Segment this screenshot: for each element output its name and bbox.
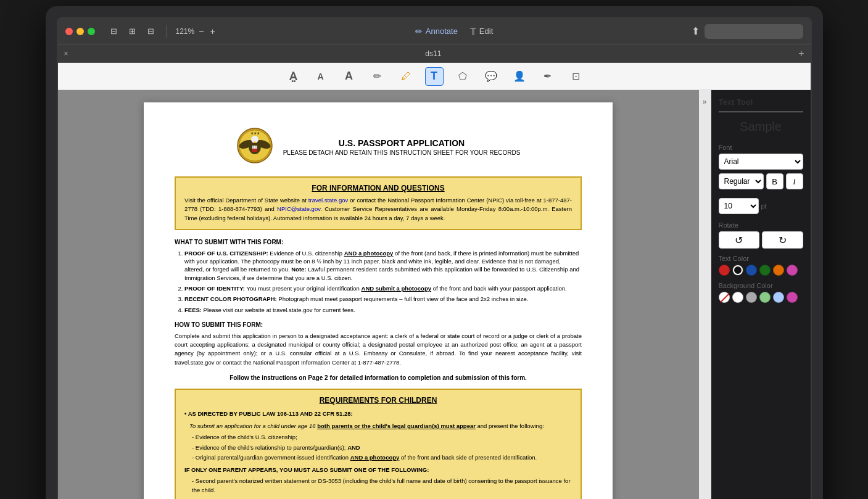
npic-email-link[interactable]: NPIC@state.gov [277,205,320,212]
rotate-cw-button[interactable]: ↻ [762,231,803,249]
pencil-tool[interactable]: ✏ [368,67,387,86]
stamp-tool[interactable]: 👤 [510,67,529,86]
req-box: REQUIREMENTS FOR CHILDREN AS DIRECTED BY… [175,389,582,499]
shape-tool[interactable]: ⬠ [453,67,472,86]
follow-text: Follow the instructions on Page 2 for de… [175,374,582,381]
svg-line-12 [721,294,729,302]
req-items: - Evidence of the child's U.S. citizensh… [184,433,572,462]
and-label: AND [347,444,360,451]
style-select[interactable]: Regular Bold Italic [719,173,764,189]
sidebar-toggle-icon[interactable]: ⊟ [107,25,121,38]
rotate-row: ↺ ↻ [719,231,803,249]
share-icon[interactable]: ⬆ [692,25,700,37]
header-text: U.S. PASSPORT APPLICATION PLEASE DETACH … [283,138,521,156]
bg-color-section: Background Color [719,282,803,303]
req-item-2: - Evidence of the child's relationship t… [192,443,572,452]
note-label: Note: [291,266,306,273]
list-item: PROOF OF U.S. CITIZENSHIP: Evidence of U… [184,249,582,282]
tab-close-button[interactable]: × [64,49,68,58]
bg-lightgreen[interactable] [759,292,771,303]
zoom-value: 121% [176,27,195,36]
text-color-section: Text Color [719,255,803,276]
comment-tool[interactable]: 💬 [482,67,500,86]
size-row: 8 10 12 14 16 pt [719,198,803,214]
search-input[interactable] [705,24,803,39]
italic-button[interactable]: I [786,173,803,189]
photocopy-label: AND a photocopy [350,454,400,461]
color-pink[interactable] [787,265,798,276]
pdf-page: ★★★ U.S. PASSPORT APPLICATION PLEASE DET… [144,102,613,499]
fees-link[interactable]: travel.state.gov [273,307,312,313]
travel-state-link[interactable]: travel.state.gov [308,197,348,204]
panel-title: Text Tool [719,97,803,112]
req-title: REQUIREMENTS FOR CHILDREN [184,396,572,405]
increase-font-tool[interactable]: A [340,67,358,86]
style-row: Regular Bold Italic B I [719,173,803,193]
bg-white[interactable] [732,292,743,303]
color-blue[interactable] [746,265,757,276]
tab-add-button[interactable]: + [798,48,804,59]
size-select[interactable]: 8 10 12 14 16 [719,198,759,214]
color-orange[interactable] [773,265,784,276]
bg-gray[interactable] [746,292,757,303]
divider [167,25,167,38]
decrease-font-tool[interactable]: A [312,67,330,86]
edit-button[interactable]: 𝕋 Edit [470,27,493,36]
bold-button[interactable]: B [766,173,783,189]
bg-none[interactable] [719,292,730,303]
list-item: AS DIRECTED BY PUBLIC LAW 106-113 AND 22… [184,410,572,418]
one-parent-item: - Second parent's notarized written stat… [184,477,572,495]
highlight-tool[interactable]: 🖊 [397,67,415,86]
size-unit: pt [761,202,767,210]
how-body: Complete and submit this application in … [175,332,582,367]
panel-collapse-button[interactable]: » [699,90,711,499]
view-controls: ⊟ ⊞ ⊟ [107,25,158,38]
item3-heading: RECENT COLOR PHOTOGRAPH: [184,295,277,302]
panel-sample: Sample [719,120,803,134]
color-black[interactable] [732,265,743,276]
sub-title-text: To submit an application for a child und… [189,422,572,431]
color-green[interactable] [759,265,771,276]
seal: ★★★ [236,127,273,167]
close-window-button[interactable] [65,28,73,35]
list-item: PROOF OF IDENTITY: You must present your… [184,284,582,292]
svg-text:★★★: ★★★ [250,131,259,135]
info-box-body: Visit the official Department of State w… [184,196,572,223]
edit-cursor-icon: 𝕋 [470,27,476,36]
underline-text: both parents or the child's legal guardi… [317,423,476,429]
text-tool[interactable]: T [425,67,444,86]
bg-color-label: Background Color [719,282,803,289]
rotate-label: Rotate [719,221,803,229]
annotate-button[interactable]: ✏ Annotate [415,27,458,36]
bg-pink[interactable] [787,292,798,303]
bg-color-swatches [719,292,803,303]
zoom-in-button[interactable]: + [208,27,217,36]
edit-label: Edit [479,27,493,36]
list-item: RECENT COLOR PHOTOGRAPH: Photograph must… [184,295,582,303]
panel-view-icon[interactable]: ⊟ [144,25,158,38]
item4-heading: FEES: [184,307,202,313]
minimize-window-button[interactable] [76,28,84,35]
grid-view-icon[interactable]: ⊞ [126,25,139,38]
info-box-title: FOR INFORMATION AND QUESTIONS [184,184,572,192]
how-link[interactable]: travel.state.gov [175,359,214,366]
req-item-3: - Original parental/guardian government-… [192,453,572,462]
underline-submit: AND submit a photocopy [362,285,431,292]
zoom-out-button[interactable]: − [197,27,205,36]
tab-title: ds11 [73,49,794,58]
color-red[interactable] [719,265,730,276]
rotate-ccw-button[interactable]: ↺ [719,231,760,249]
svg-rect-9 [252,146,257,149]
bg-lightblue[interactable] [773,292,784,303]
pdf-area[interactable]: ★★★ U.S. PASSPORT APPLICATION PLEASE DET… [58,90,699,499]
signature-tool[interactable]: ✒ [539,67,557,86]
req-item-1: - Evidence of the child's U.S. citizensh… [192,433,572,442]
submit-title: WHAT TO SUBMIT WITH THIS FORM: [175,239,582,245]
maximize-window-button[interactable] [88,28,95,35]
font-select[interactable]: Arial Helvetica Times New Roman Courier [719,154,803,170]
crop-tool[interactable]: ⊡ [567,67,585,86]
annotate-label: Annotate [426,27,458,36]
titlebar: ⊟ ⊞ ⊟ 121% − + ✏ Annotate 𝕋 Edit [58,19,811,44]
auto-resize-text-tool[interactable]: A̤ [283,67,302,86]
submit-section: WHAT TO SUBMIT WITH THIS FORM: PROOF OF … [175,239,582,314]
